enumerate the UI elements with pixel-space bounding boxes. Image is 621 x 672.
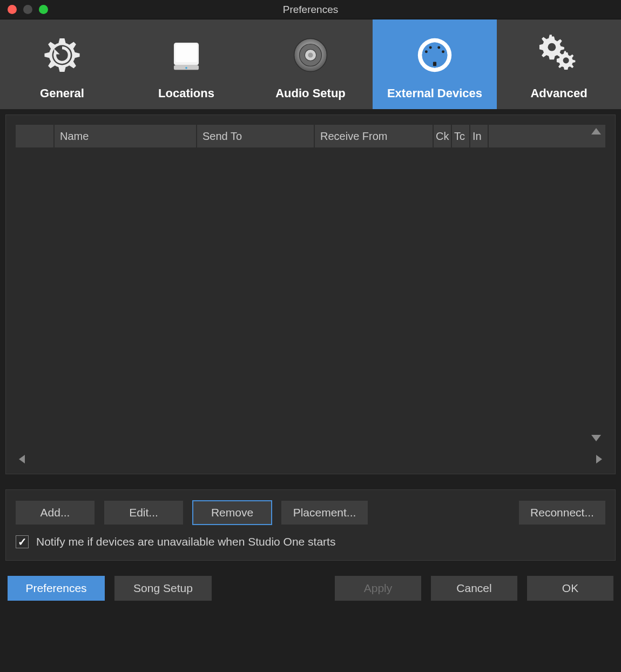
window-title: Preferences <box>0 4 621 16</box>
horizontal-scrollbar[interactable] <box>16 454 605 464</box>
scroll-right-button[interactable] <box>596 455 602 463</box>
placement-button[interactable]: Placement... <box>281 501 368 525</box>
col-in[interactable]: In <box>470 125 489 147</box>
footer-buttons: Preferences Song Setup Apply Cancel OK <box>5 576 616 601</box>
notify-checkbox[interactable] <box>16 535 29 548</box>
gears-icon <box>537 33 581 77</box>
tab-external-devices[interactable]: External Devices <box>373 19 497 109</box>
action-buttons: Add... Edit... Remove Placement... Recon… <box>16 501 605 525</box>
devices-table[interactable]: Name Send To Receive From Ck Tc In <box>16 125 605 449</box>
col-blank[interactable] <box>16 125 55 147</box>
scroll-down-button[interactable] <box>591 435 601 441</box>
apply-button[interactable]: Apply <box>335 576 421 601</box>
svg-point-8 <box>308 52 313 57</box>
svg-point-14 <box>425 50 428 53</box>
drive-icon <box>167 33 206 77</box>
tab-locations[interactable]: Locations <box>124 19 248 109</box>
preferences-button[interactable]: Preferences <box>8 576 105 601</box>
svg-point-17 <box>442 50 444 53</box>
reconnect-button[interactable]: Reconnect... <box>519 501 605 525</box>
notify-label: Notify me if devices are unavailable whe… <box>36 535 335 548</box>
svg-point-19 <box>563 57 569 63</box>
traffic-lights <box>0 5 48 14</box>
edit-button[interactable]: Edit... <box>104 501 183 525</box>
titlebar: Preferences <box>0 0 621 19</box>
preference-tabs: General Locations <box>0 19 621 109</box>
scroll-up-button[interactable] <box>591 128 601 135</box>
svg-point-16 <box>437 46 440 49</box>
col-tc[interactable]: Tc <box>452 125 470 147</box>
tab-advanced[interactable]: Advanced <box>497 19 621 109</box>
table-header: Name Send To Receive From Ck Tc In <box>16 125 605 147</box>
preferences-window: Preferences General <box>0 0 621 672</box>
close-window-button[interactable] <box>8 5 17 14</box>
devices-panel: Name Send To Receive From Ck Tc In <box>5 115 616 474</box>
svg-point-4 <box>185 67 187 69</box>
tab-label: External Devices <box>387 86 482 100</box>
cancel-button[interactable]: Cancel <box>431 576 517 601</box>
tab-label: Audio Setup <box>275 86 346 100</box>
tab-audio-setup[interactable]: Audio Setup <box>248 19 373 109</box>
col-send-to[interactable]: Send To <box>197 125 315 147</box>
col-name[interactable]: Name <box>55 125 197 147</box>
svg-point-18 <box>548 43 556 51</box>
minimize-window-button[interactable] <box>23 5 32 14</box>
svg-rect-2 <box>176 44 197 62</box>
tab-label: General <box>40 86 84 100</box>
actions-panel: Add... Edit... Remove Placement... Recon… <box>5 489 616 561</box>
col-blank2[interactable] <box>489 125 605 147</box>
remove-button[interactable]: Remove <box>193 501 272 525</box>
ok-button[interactable]: OK <box>527 576 613 601</box>
col-ck[interactable]: Ck <box>434 125 452 147</box>
tab-general[interactable]: General <box>0 19 124 109</box>
tab-label: Advanced <box>530 86 587 100</box>
svg-rect-13 <box>433 62 436 66</box>
zoom-window-button[interactable] <box>39 5 48 14</box>
speaker-icon <box>290 33 331 77</box>
scroll-left-button[interactable] <box>19 455 25 463</box>
tab-label: Locations <box>158 86 214 100</box>
gear-refresh-icon <box>42 33 82 77</box>
content-area: Name Send To Receive From Ck Tc In Add..… <box>0 109 621 672</box>
svg-point-15 <box>429 46 432 49</box>
add-button[interactable]: Add... <box>16 501 94 525</box>
notify-option: Notify me if devices are unavailable whe… <box>16 535 605 548</box>
col-receive-from[interactable]: Receive From <box>315 125 434 147</box>
midi-icon <box>414 33 456 77</box>
song-setup-button[interactable]: Song Setup <box>114 576 212 601</box>
